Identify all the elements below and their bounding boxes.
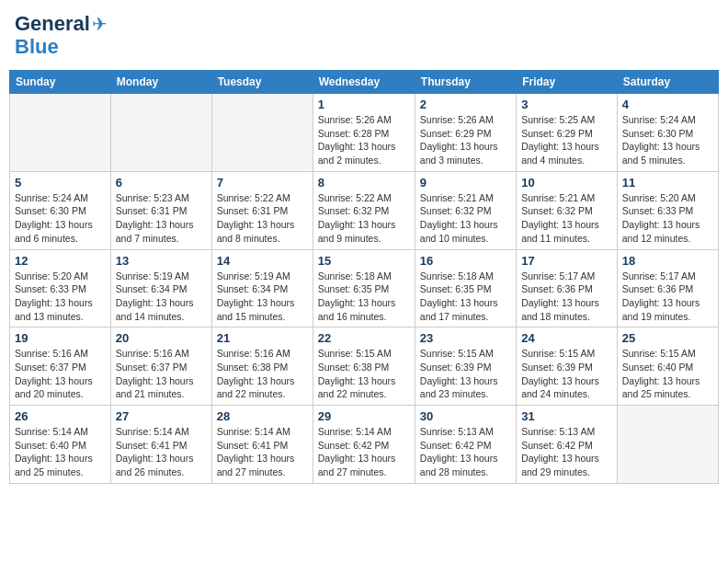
calendar-cell [211,94,313,172]
day-number: 5 [15,176,106,190]
day-number: 26 [15,409,106,423]
logo-blue: Blue [15,35,59,59]
calendar-cell: 15Sunrise: 5:18 AM Sunset: 6:35 PM Dayli… [313,249,415,327]
calendar-cell: 26Sunrise: 5:14 AM Sunset: 6:40 PM Dayli… [10,406,111,484]
day-info: Sunrise: 5:14 AM Sunset: 6:42 PM Dayligh… [318,425,410,479]
calendar-cell: 12Sunrise: 5:20 AM Sunset: 6:33 PM Dayli… [10,249,111,327]
col-header-sunday: Sunday [10,71,111,94]
col-header-wednesday: Wednesday [313,71,415,94]
day-info: Sunrise: 5:16 AM Sunset: 6:37 PM Dayligh… [116,347,207,401]
day-info: Sunrise: 5:20 AM Sunset: 6:33 PM Dayligh… [622,191,713,246]
day-info: Sunrise: 5:14 AM Sunset: 6:40 PM Dayligh… [15,425,106,479]
day-info: Sunrise: 5:24 AM Sunset: 6:30 PM Dayligh… [15,191,106,246]
calendar-cell [110,94,211,172]
calendar-cell: 23Sunrise: 5:15 AM Sunset: 6:39 PM Dayli… [415,327,516,406]
calendar-cell: 20Sunrise: 5:16 AM Sunset: 6:37 PM Dayli… [110,327,211,406]
calendar-cell: 3Sunrise: 5:25 AM Sunset: 6:29 PM Daylig… [517,94,618,172]
day-number: 8 [318,176,410,190]
day-info: Sunrise: 5:22 AM Sunset: 6:32 PM Dayligh… [318,191,410,246]
day-number: 9 [420,176,511,190]
day-info: Sunrise: 5:21 AM Sunset: 6:32 PM Dayligh… [420,191,511,246]
day-number: 20 [116,331,207,345]
col-header-thursday: Thursday [415,71,516,94]
calendar-cell: 8Sunrise: 5:22 AM Sunset: 6:32 PM Daylig… [313,171,415,249]
calendar-cell: 13Sunrise: 5:19 AM Sunset: 6:34 PM Dayli… [110,249,211,327]
calendar-week-3: 12Sunrise: 5:20 AM Sunset: 6:33 PM Dayli… [10,249,719,327]
calendar-cell [617,406,718,484]
day-number: 28 [217,409,308,423]
day-number: 12 [15,254,106,268]
day-number: 4 [622,98,713,111]
col-header-saturday: Saturday [617,71,718,94]
day-info: Sunrise: 5:26 AM Sunset: 6:29 PM Dayligh… [420,113,511,167]
col-header-tuesday: Tuesday [211,71,313,94]
calendar-cell: 10Sunrise: 5:21 AM Sunset: 6:32 PM Dayli… [517,171,618,249]
day-number: 24 [521,331,612,345]
calendar-cell: 1Sunrise: 5:26 AM Sunset: 6:28 PM Daylig… [313,94,415,172]
day-info: Sunrise: 5:22 AM Sunset: 6:31 PM Dayligh… [217,191,308,246]
day-number: 27 [116,409,207,423]
calendar-cell: 14Sunrise: 5:19 AM Sunset: 6:34 PM Dayli… [211,249,313,327]
day-info: Sunrise: 5:14 AM Sunset: 6:41 PM Dayligh… [217,425,308,479]
calendar-cell: 18Sunrise: 5:17 AM Sunset: 6:36 PM Dayli… [617,249,718,327]
day-number: 16 [420,254,511,268]
logo: General ✈ Blue [15,13,108,59]
day-number: 29 [318,409,410,423]
calendar-cell: 28Sunrise: 5:14 AM Sunset: 6:41 PM Dayli… [211,406,313,484]
day-number: 31 [521,409,612,423]
calendar-cell: 27Sunrise: 5:14 AM Sunset: 6:41 PM Dayli… [110,406,211,484]
calendar-cell: 6Sunrise: 5:23 AM Sunset: 6:31 PM Daylig… [110,171,211,249]
day-number: 30 [420,409,511,423]
day-info: Sunrise: 5:15 AM Sunset: 6:38 PM Dayligh… [318,347,410,401]
calendar-cell: 30Sunrise: 5:13 AM Sunset: 6:42 PM Dayli… [415,406,516,484]
day-info: Sunrise: 5:16 AM Sunset: 6:38 PM Dayligh… [217,347,308,401]
calendar-cell: 25Sunrise: 5:15 AM Sunset: 6:40 PM Dayli… [617,327,718,406]
day-number: 19 [15,331,106,345]
day-info: Sunrise: 5:18 AM Sunset: 6:35 PM Dayligh… [420,270,511,324]
day-number: 18 [622,254,713,268]
calendar-header-row: SundayMondayTuesdayWednesdayThursdayFrid… [10,71,719,94]
day-number: 10 [521,176,612,190]
day-info: Sunrise: 5:13 AM Sunset: 6:42 PM Dayligh… [420,425,511,479]
day-info: Sunrise: 5:14 AM Sunset: 6:41 PM Dayligh… [116,425,207,479]
logo-general: General [15,14,90,34]
day-info: Sunrise: 5:26 AM Sunset: 6:28 PM Dayligh… [318,113,410,167]
day-info: Sunrise: 5:17 AM Sunset: 6:36 PM Dayligh… [521,270,612,324]
day-number: 25 [622,331,713,345]
day-number: 22 [318,331,410,345]
calendar-cell: 17Sunrise: 5:17 AM Sunset: 6:36 PM Dayli… [517,249,618,327]
day-number: 21 [217,331,308,345]
day-info: Sunrise: 5:19 AM Sunset: 6:34 PM Dayligh… [116,270,207,324]
calendar-week-1: 1Sunrise: 5:26 AM Sunset: 6:28 PM Daylig… [10,94,719,172]
day-number: 23 [420,331,511,345]
day-info: Sunrise: 5:15 AM Sunset: 6:39 PM Dayligh… [420,347,511,401]
calendar-table: SundayMondayTuesdayWednesdayThursdayFrid… [9,70,719,484]
day-info: Sunrise: 5:17 AM Sunset: 6:36 PM Dayligh… [622,270,713,324]
day-number: 14 [217,254,308,268]
day-number: 1 [318,98,410,111]
day-info: Sunrise: 5:20 AM Sunset: 6:33 PM Dayligh… [15,270,106,324]
day-info: Sunrise: 5:16 AM Sunset: 6:37 PM Dayligh… [15,347,106,401]
page-header: General ✈ Blue [9,9,719,63]
day-number: 11 [622,176,713,190]
col-header-monday: Monday [110,71,211,94]
day-info: Sunrise: 5:15 AM Sunset: 6:40 PM Dayligh… [622,347,713,401]
calendar-week-2: 5Sunrise: 5:24 AM Sunset: 6:30 PM Daylig… [10,171,719,249]
day-number: 17 [521,254,612,268]
day-info: Sunrise: 5:24 AM Sunset: 6:30 PM Dayligh… [622,113,713,167]
calendar-cell: 2Sunrise: 5:26 AM Sunset: 6:29 PM Daylig… [415,94,516,172]
day-number: 3 [521,98,612,111]
calendar-cell: 4Sunrise: 5:24 AM Sunset: 6:30 PM Daylig… [617,94,718,172]
col-header-friday: Friday [517,71,618,94]
day-number: 7 [217,176,308,190]
logo-bird-icon: ✈ [92,13,108,35]
calendar-cell: 24Sunrise: 5:15 AM Sunset: 6:39 PM Dayli… [517,327,618,406]
day-info: Sunrise: 5:25 AM Sunset: 6:29 PM Dayligh… [521,113,612,167]
calendar-cell: 5Sunrise: 5:24 AM Sunset: 6:30 PM Daylig… [10,171,111,249]
calendar-cell: 22Sunrise: 5:15 AM Sunset: 6:38 PM Dayli… [313,327,415,406]
day-info: Sunrise: 5:23 AM Sunset: 6:31 PM Dayligh… [116,191,207,246]
day-number: 2 [420,98,511,111]
calendar-cell: 11Sunrise: 5:20 AM Sunset: 6:33 PM Dayli… [617,171,718,249]
day-number: 15 [318,254,410,268]
calendar-cell [10,94,111,172]
